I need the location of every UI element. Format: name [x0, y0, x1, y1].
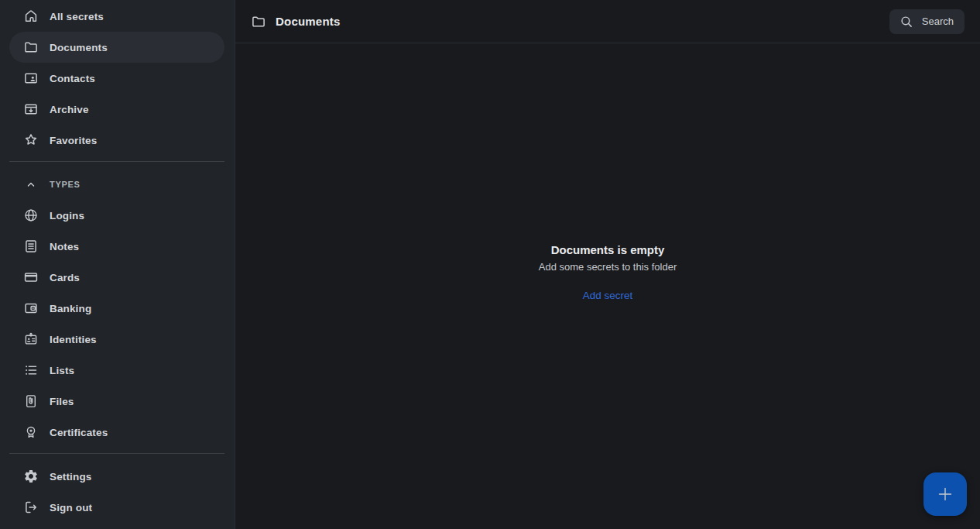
folder-icon — [22, 38, 40, 57]
search-icon — [899, 12, 914, 31]
main-header: Documents Search — [235, 0, 980, 43]
gear-icon — [22, 467, 40, 486]
archive-icon — [22, 100, 40, 119]
main-panel: Documents Search Documents is empty Add … — [235, 0, 980, 529]
sidebar-item-logins[interactable]: Logins — [9, 200, 224, 231]
sidebar-item-label: Settings — [50, 471, 91, 483]
sidebar-item-all-secrets[interactable]: All secrets — [9, 1, 224, 32]
empty-state: Documents is empty Add some secrets to t… — [235, 43, 980, 529]
globe-icon — [22, 206, 40, 225]
sidebar-item-label: Archive — [50, 104, 89, 115]
chevron-up-icon — [22, 175, 40, 194]
id-badge-icon — [22, 330, 40, 349]
empty-state-subtitle: Add some secrets to this folder — [539, 261, 677, 273]
search-button[interactable]: Search — [889, 9, 965, 34]
sidebar-item-settings[interactable]: Settings — [9, 461, 224, 492]
sidebar-item-cards[interactable]: Cards — [9, 262, 224, 293]
star-icon — [22, 131, 40, 149]
sidebar-item-banking[interactable]: Banking — [9, 293, 224, 324]
note-icon — [22, 237, 40, 256]
page-title: Documents — [276, 15, 340, 28]
contacts-icon — [22, 69, 40, 88]
wallet-icon — [22, 299, 40, 318]
sidebar-main-nav: All secrets Documents Contacts Archive — [0, 1, 235, 156]
add-secret-fab[interactable] — [923, 472, 967, 516]
sidebar-item-certificates[interactable]: Certificates — [9, 417, 224, 448]
sign-out-icon — [22, 498, 40, 517]
list-icon — [22, 361, 40, 380]
add-secret-link[interactable]: Add secret — [583, 290, 633, 301]
file-attach-icon — [22, 392, 40, 410]
app-window: All secrets Documents Contacts Archive — [0, 0, 980, 529]
sidebar-divider — [9, 453, 224, 454]
types-section-toggle[interactable]: TYPES — [9, 169, 224, 200]
sidebar-item-label: Banking — [50, 303, 91, 314]
sidebar-item-notes[interactable]: Notes — [9, 231, 224, 262]
sidebar-types-nav: Logins Notes Cards Banking — [0, 200, 235, 448]
sidebar-item-label: Sign out — [50, 502, 92, 514]
sidebar-item-label: Cards — [50, 272, 80, 283]
search-button-label: Search — [922, 15, 954, 27]
plus-icon — [936, 485, 954, 503]
sidebar-item-contacts[interactable]: Contacts — [9, 63, 224, 94]
types-section-label: TYPES — [50, 180, 81, 189]
folder-icon — [251, 14, 266, 29]
sidebar-item-documents[interactable]: Documents — [9, 32, 224, 63]
sidebar-footer-nav: Settings Sign out — [0, 461, 235, 523]
sidebar-item-label: Notes — [50, 241, 79, 252]
sidebar-item-favorites[interactable]: Favorites — [9, 125, 224, 156]
sidebar: All secrets Documents Contacts Archive — [0, 0, 235, 529]
sidebar-item-sign-out[interactable]: Sign out — [9, 492, 224, 523]
sidebar-item-label: Identities — [50, 334, 97, 345]
sidebar-divider — [9, 161, 224, 162]
sidebar-item-label: Certificates — [50, 427, 108, 438]
empty-state-title: Documents is empty — [551, 243, 665, 256]
sidebar-item-label: Favorites — [50, 135, 97, 146]
sidebar-item-identities[interactable]: Identities — [9, 324, 224, 355]
certificate-icon — [22, 423, 40, 441]
sidebar-item-label: Documents — [50, 42, 108, 53]
sidebar-item-lists[interactable]: Lists — [9, 355, 224, 386]
sidebar-item-label: Lists — [50, 365, 74, 376]
sidebar-item-label: Files — [50, 396, 74, 407]
sidebar-item-label: Contacts — [50, 73, 95, 84]
sidebar-item-files[interactable]: Files — [9, 386, 224, 417]
home-icon — [22, 7, 40, 26]
sidebar-item-label: Logins — [50, 210, 84, 222]
sidebar-item-label: All secrets — [50, 11, 104, 22]
card-icon — [22, 268, 40, 287]
sidebar-item-archive[interactable]: Archive — [9, 94, 224, 125]
